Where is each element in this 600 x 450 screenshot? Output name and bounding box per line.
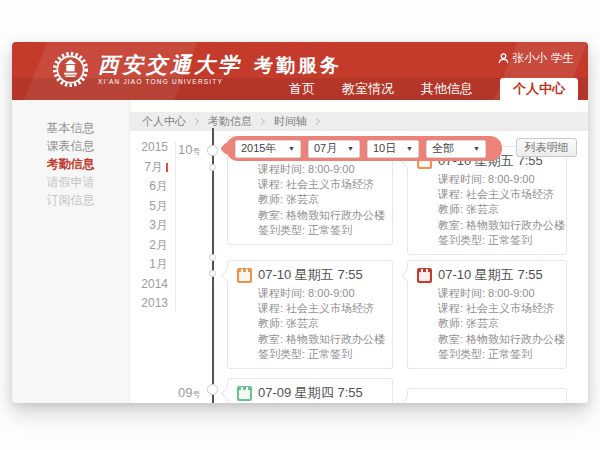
timeline-month-item-2[interactable]: 7月 [130,158,168,178]
card-field: 教室: 格物致知行政办公楼 [417,332,557,347]
timeline-month-item-4[interactable]: 5月 [130,197,168,217]
card-header: 07-10 星期五 7:55 [237,266,383,284]
sidebar-item-3[interactable]: 考勤信息 [12,155,129,173]
seal-icon [417,268,432,283]
caret-down-icon: ▼ [406,145,413,152]
card-header: 07-09 星期四 7:55 [237,384,383,402]
sidebar-item-5[interactable]: 订阅信息 [12,191,129,209]
card-fields: 课程时间: 8:00-9:00课程: 社会主义市场经济教师: 张芸京教室: 格物… [237,162,383,238]
card-fields: 课程时间: 8:00-9:00课程: 社会主义市场经济教师: 张芸京教室: 格物… [417,172,557,248]
timeline-node [209,270,216,277]
card-field: 教室: 格物致知行政办公楼 [417,218,557,233]
filter-select-month[interactable]: 07月▼ [308,140,360,158]
card-field: 教师: 张芸京 [417,316,557,331]
filter-select-type[interactable]: 全部▼ [426,140,486,158]
nav-tab-1[interactable]: 首页 [289,78,315,100]
card-field: 教师: 张芸京 [417,202,557,217]
card-field: 课程: 社会主义市场经济 [417,301,557,316]
sidebar-item-1[interactable]: 基本信息 [12,119,129,137]
nav-tab-3[interactable]: 其他信息 [421,78,473,100]
card-title: 07-10 星期五 7:55 [258,266,363,284]
university-names: 西安交通大学 XI'AN JIAO TONG UNIVERSITY [98,54,242,85]
app-screenshot: 西安交通大学 XI'AN JIAO TONG UNIVERSITY 考勤服务 张… [0,0,600,450]
attendance-card-partial [407,388,567,403]
timeline-month-item-8[interactable]: 2014 [130,275,168,295]
timeline-day-label-10: 10号 [178,142,200,157]
card-field: 教室: 格物致知行政办公楼 [237,332,383,347]
attendance-card: 07-10 星期五 7:55 课程时间: 8:00-9:00课程: 社会主义市场… [407,260,567,369]
attendance-card: 07-10 星期五 7:55 课程时间: 8:00-9:00课程: 社会主义市场… [227,260,393,369]
timeline-month-item-9[interactable]: 2013 [130,294,168,314]
attendance-card: 07-10 星期五 7:55 课程时间: 8:00-9:00课程: 社会主义市场… [407,146,567,255]
caret-down-icon: ▼ [347,145,354,152]
timeline-month-item-3[interactable]: 6月 [130,177,168,197]
filter-bar: 2015年▼07月▼10日▼全部▼ [226,136,502,161]
nav-tab-2[interactable]: 教室情况 [342,78,394,100]
card-field: 课程时间: 8:00-9:00 [237,286,383,301]
caret-down-icon: ▼ [473,145,480,152]
chevron-right-icon [258,118,265,125]
card-fields: 课程时间: 8:00-9:00课程: 社会主义市场经济教师: 张芸京教室: 格物… [417,286,557,362]
timeline-month-item-1[interactable]: 2015 [130,138,168,158]
breadcrumb-item-3[interactable]: 时间轴 [274,114,307,129]
card-field: 教师: 张芸京 [237,192,383,207]
timeline-day-label-09: 09号 [178,385,200,400]
timeline-month-item-7[interactable]: 1月 [130,255,168,275]
filter-value: 07月 [314,141,337,156]
timeline-month-item-5[interactable]: 3月 [130,216,168,236]
card-field: 教室: 格物致知行政办公楼 [237,208,383,223]
card-field: 教师: 张芸京 [237,316,383,331]
card-field: 签到类型: 正常签到 [237,347,383,362]
timeline-month-nav: 20157月6月5月3月2月1月20142013 [130,138,168,314]
card-title: 07-09 星期四 7:55 [258,384,363,402]
breadcrumb: 个人中心考勤信息时间轴 [130,112,588,131]
card-fields: 课程时间: 8:00-9:00课程: 社会主义市场经济教师: 张芸京教室: 格物… [237,286,383,362]
chevron-right-icon [192,118,199,125]
user-info[interactable]: 张小小 学生 [498,51,575,66]
card-field: 签到类型: 正常签到 [417,233,557,248]
header-nav: 首页教室情况其他信息个人中心 [262,78,578,100]
card-field: 课程: 社会主义市场经济 [237,177,383,192]
user-role: 学生 [551,51,574,66]
card-field: 课程: 社会主义市场经济 [237,301,383,316]
sidebar-item-4[interactable]: 请假申请 [12,173,129,191]
month-separator-line [175,142,176,312]
nav-tab-4[interactable]: 个人中心 [500,78,578,100]
breadcrumb-item-2[interactable]: 考勤信息 [208,114,252,129]
university-name-en: XI'AN JIAO TONG UNIVERSITY [98,78,242,85]
sidebar: 基本信息课表信息考勤信息请假申请订阅信息 [12,100,130,403]
chevron-right-icon [313,118,320,125]
calendar-icon [237,386,252,401]
app-window: 西安交通大学 XI'AN JIAO TONG UNIVERSITY 考勤服务 张… [12,42,588,403]
caret-down-icon: ▼ [288,145,295,152]
card-field: 签到类型: 正常签到 [237,223,383,238]
user-name: 张小小 [513,51,548,66]
university-logo-gear-icon [52,51,89,88]
list-detail-button[interactable]: 列表明细 [516,138,577,157]
app-body: 基本信息课表信息考勤信息请假申请订阅信息 个人中心考勤信息时间轴 20157月6… [12,100,588,403]
card-field: 课程时间: 8:00-9:00 [417,286,557,301]
breadcrumb-item-1[interactable]: 个人中心 [142,114,186,129]
timeline-node [209,164,216,171]
card-field: 签到类型: 正常签到 [417,347,557,362]
sidebar-item-2[interactable]: 课表信息 [12,137,129,155]
card-field: 课程时间: 8:00-9:00 [417,172,557,187]
content-area: 个人中心考勤信息时间轴 20157月6月5月3月2月1月20142013 10号… [130,100,588,403]
card-field: 课程: 社会主义市场经济 [417,187,557,202]
calendar-icon [237,268,252,283]
app-header: 西安交通大学 XI'AN JIAO TONG UNIVERSITY 考勤服务 张… [12,42,588,100]
filter-value: 2015年 [241,141,276,156]
university-name-cn: 西安交通大学 [98,54,242,76]
timeline-node [207,384,218,395]
card-field: 课程时间: 8:00-9:00 [237,162,383,177]
filter-select-day[interactable]: 10日▼ [367,140,419,158]
filter-value: 全部 [432,141,454,156]
card-title: 07-10 星期五 7:55 [438,266,543,284]
filter-value: 10日 [373,141,396,156]
user-icon [498,53,509,64]
filter-select-year[interactable]: 2015年▼ [235,140,301,158]
timeline-month-item-6[interactable]: 2月 [130,236,168,256]
card-header: 07-10 星期五 7:55 [417,266,557,284]
attendance-card: 07-09 星期四 7:55 [227,378,393,403]
timeline-node [209,254,216,261]
